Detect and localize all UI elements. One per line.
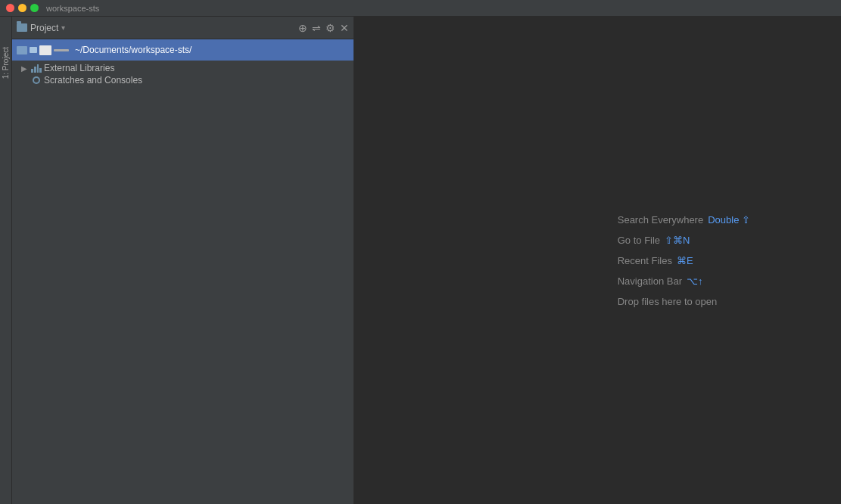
editor-area: Search Everywhere Double ⇧ Go to File ⇧⌘… xyxy=(354,17,841,504)
libraries-icon xyxy=(31,64,42,73)
shortcut-row-search: Search Everywhere Double ⇧ xyxy=(618,214,750,226)
panel-toolbar-title: Project ▾ xyxy=(17,23,295,33)
file-icon-white xyxy=(39,45,51,55)
panel-toolbar: Project ▾ ⊕ ⇌ ⚙ ✕ xyxy=(12,17,354,39)
shortcut-key-search: Double ⇧ xyxy=(708,214,750,226)
tree-arrow-libraries: ▶ xyxy=(21,64,29,73)
shortcut-key-goto: ⇧⌘N xyxy=(665,235,690,246)
maximize-window-button[interactable] xyxy=(30,4,39,12)
shortcut-key-recent: ⌘E xyxy=(677,255,693,266)
panel-title: Project xyxy=(30,23,58,33)
equalize-icon[interactable]: ⇌ xyxy=(312,23,321,33)
tree-item-scratches[interactable]: ▶ Scratches and Consoles xyxy=(12,74,354,86)
file-path-text: ~/Documents/workspace-sts/ xyxy=(75,45,192,55)
file-path-icons xyxy=(17,45,69,55)
drop-files-text: Drop files here to open xyxy=(618,296,718,307)
shortcut-row-recent: Recent Files ⌘E xyxy=(618,255,750,266)
add-icon[interactable]: ⊕ xyxy=(298,23,307,33)
scratch-icon xyxy=(31,76,42,85)
minimize-window-button[interactable] xyxy=(18,4,26,12)
close-window-button[interactable] xyxy=(6,4,14,12)
tree-label-libraries: External Libraries xyxy=(44,63,114,73)
vertical-tab-label[interactable]: 1: Project xyxy=(2,47,10,79)
file-path-bar: ~/Documents/workspace-sts/ xyxy=(12,39,354,61)
shortcut-key-navbar: ⌥↑ xyxy=(687,275,703,287)
shortcut-label-search: Search Everywhere xyxy=(618,214,703,226)
tree-label-scratches: Scratches and Consoles xyxy=(44,75,142,86)
shortcut-label-navbar: Navigation Bar xyxy=(618,275,682,287)
panel-dropdown-icon[interactable]: ▾ xyxy=(61,23,65,32)
title-bar: workspace-sts xyxy=(0,0,841,17)
shortcut-label-recent: Recent Files xyxy=(618,255,672,266)
shortcuts-container: Search Everywhere Double ⇧ Go to File ⇧⌘… xyxy=(618,214,750,307)
shortcut-row-navbar: Navigation Bar ⌥↑ xyxy=(618,275,750,287)
folder-icon-sm xyxy=(30,47,37,53)
separator-bar xyxy=(54,49,69,51)
shortcut-row-drop: Drop files here to open xyxy=(618,296,750,307)
window-title: workspace-sts xyxy=(46,4,99,13)
close-panel-icon[interactable]: ✕ xyxy=(340,23,349,33)
project-panel: Project ▾ ⊕ ⇌ ⚙ ✕ ~/Documents/workspace-… xyxy=(12,17,354,504)
tree-area: ▶ External Libraries ▶ Scratches and Con… xyxy=(12,61,354,504)
traffic-lights xyxy=(6,4,39,12)
shortcut-row-goto: Go to File ⇧⌘N xyxy=(618,235,750,246)
tree-item-external-libraries[interactable]: ▶ External Libraries xyxy=(12,62,354,74)
vertical-tab[interactable]: 1: Project xyxy=(0,17,12,504)
folder-icon-blue xyxy=(17,46,27,54)
folder-icon xyxy=(17,23,27,32)
shortcut-label-goto: Go to File xyxy=(618,235,660,246)
settings-icon[interactable]: ⚙ xyxy=(325,23,335,33)
toolbar-icons: ⊕ ⇌ ⚙ ✕ xyxy=(298,23,349,33)
main-layout: 1: Project Project ▾ ⊕ ⇌ ⚙ ✕ xyxy=(0,17,841,504)
